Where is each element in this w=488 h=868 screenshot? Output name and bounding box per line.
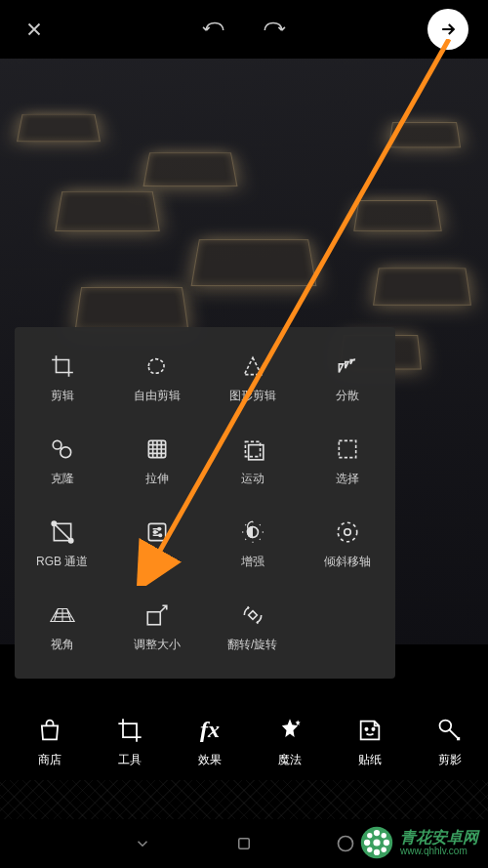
silhouette-icon <box>434 715 466 746</box>
tool-select[interactable]: 选择 <box>301 420 396 503</box>
nav-back-button[interactable] <box>131 832 154 855</box>
tool-resize[interactable]: 调整大小 <box>110 586 206 669</box>
svg-point-9 <box>52 521 56 525</box>
svg-point-20 <box>372 727 374 729</box>
tool-label: 翻转/旋转 <box>227 637 277 653</box>
disperse-icon <box>334 352 361 380</box>
watermark-logo-icon <box>359 825 394 860</box>
tool-label: 增强 <box>241 554 264 570</box>
photo-element <box>388 122 461 147</box>
svg-point-19 <box>365 727 367 729</box>
nav-recent-button[interactable] <box>334 832 357 855</box>
free-crop-icon <box>143 352 171 380</box>
magic-icon <box>274 715 305 746</box>
svg-point-30 <box>367 833 372 838</box>
clone-icon <box>49 435 76 463</box>
watermark-url: www.qhhlv.com <box>400 846 478 856</box>
svg-point-16 <box>345 529 351 536</box>
undo-button[interactable] <box>200 15 229 44</box>
redo-button[interactable] <box>259 15 288 44</box>
sticker-icon <box>354 715 386 746</box>
svg-rect-22 <box>239 839 250 849</box>
tab-label: 工具 <box>118 752 142 768</box>
flip-rotate-icon <box>239 601 266 629</box>
tilt-shift-icon <box>334 518 361 546</box>
top-bar <box>0 0 488 59</box>
tool-crop[interactable]: 剪辑 <box>15 337 110 420</box>
svg-point-17 <box>339 522 358 542</box>
svg-point-27 <box>374 849 380 855</box>
photo-element <box>75 287 189 330</box>
shape-crop-icon <box>239 352 266 380</box>
svg-point-14 <box>159 534 162 537</box>
photo-element <box>17 114 101 142</box>
tool-label: 图形剪辑 <box>229 388 276 404</box>
select-icon <box>334 435 361 463</box>
tab-magic[interactable]: 魔法 <box>250 702 330 780</box>
tool-rgb[interactable]: RGB 通道 <box>15 503 110 586</box>
photo-element <box>191 239 317 286</box>
svg-rect-5 <box>245 441 260 456</box>
tool-label: 运动 <box>241 471 264 487</box>
svg-rect-7 <box>340 440 356 457</box>
watermark-title: 青花安卓网 <box>400 829 478 847</box>
svg-rect-18 <box>148 612 161 625</box>
tool-enhance[interactable]: 增强 <box>205 503 301 586</box>
tool-motion[interactable]: 运动 <box>205 420 301 503</box>
next-button[interactable] <box>427 9 468 50</box>
tool-label: RGB 通道 <box>36 554 88 570</box>
tool-tilt-shift[interactable]: 倾斜移轴 <box>301 503 396 586</box>
tool-label: 倾斜移轴 <box>324 554 371 570</box>
tool-shape-crop[interactable]: 图形剪辑 <box>205 337 301 420</box>
tools-icon <box>114 715 145 746</box>
svg-point-26 <box>374 830 380 836</box>
perspective-icon <box>49 601 76 629</box>
tab-sticker[interactable]: 贴纸 <box>330 702 410 780</box>
tool-stretch[interactable]: 拉伸 <box>110 420 206 503</box>
tool-clone[interactable]: 克隆 <box>15 420 110 503</box>
tools-panel: 剪辑 自由剪辑 图形剪辑 分散 克隆 <box>15 327 395 679</box>
tab-silhouette[interactable]: 剪影 <box>410 702 488 780</box>
svg-point-23 <box>339 837 353 851</box>
svg-point-12 <box>158 527 161 530</box>
tool-perspective[interactable]: 视角 <box>15 586 110 669</box>
tab-label: 剪影 <box>438 752 462 768</box>
tab-tools[interactable]: 工具 <box>90 702 170 780</box>
tool-label: 剪辑 <box>51 388 74 404</box>
photo-element <box>55 191 160 231</box>
tool-adjust[interactable]: 调节 <box>110 503 206 586</box>
tool-label: 拉伸 <box>145 471 169 487</box>
svg-point-31 <box>382 833 386 838</box>
tab-effects[interactable]: fx 效果 <box>170 702 250 780</box>
close-button[interactable] <box>20 15 49 44</box>
svg-point-25 <box>373 839 380 846</box>
store-icon <box>34 715 65 746</box>
tool-disperse[interactable]: 分散 <box>301 337 396 420</box>
tool-label: 自由剪辑 <box>134 388 181 404</box>
photo-element <box>373 268 471 305</box>
svg-point-2 <box>53 440 61 449</box>
tab-label: 效果 <box>198 752 222 768</box>
tool-label: 调整大小 <box>134 637 181 653</box>
svg-point-13 <box>154 531 157 534</box>
photo-element <box>353 200 442 231</box>
nav-home-button[interactable] <box>232 832 256 855</box>
svg-point-28 <box>364 840 370 846</box>
adjust-icon <box>143 518 171 546</box>
rgb-icon <box>49 518 76 546</box>
tool-flip-rotate[interactable]: 翻转/旋转 <box>205 586 301 669</box>
bottom-tabs: 商店 工具 fx 效果 魔法 贴纸 剪影 <box>0 702 488 780</box>
motion-icon <box>239 435 266 463</box>
tab-store[interactable]: 商店 <box>10 702 90 780</box>
tool-label: 克隆 <box>51 471 74 487</box>
svg-point-29 <box>384 840 389 846</box>
tool-label: 视角 <box>51 637 74 653</box>
svg-point-33 <box>382 847 386 852</box>
pattern-background <box>0 780 488 819</box>
stretch-icon <box>143 435 171 463</box>
effects-icon: fx <box>194 715 225 746</box>
tab-label: 贴纸 <box>358 752 382 768</box>
tab-label: 商店 <box>38 752 61 768</box>
tool-label: 调节 <box>145 554 169 570</box>
tool-free-crop[interactable]: 自由剪辑 <box>110 337 206 420</box>
